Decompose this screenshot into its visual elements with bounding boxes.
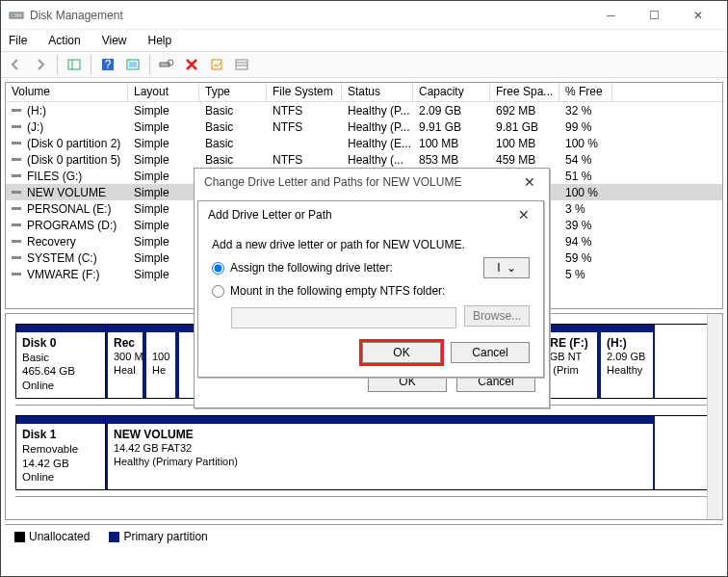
col-free[interactable]: Free Spa... [490, 83, 559, 101]
window-title: Disk Management [30, 9, 589, 22]
back-icon [5, 54, 26, 75]
volume-icon [12, 106, 23, 116]
chevron-down-icon: ⌄ [507, 261, 516, 275]
dialog-add-drive-letter: Add Drive Letter or Path ✕ Add a new dri… [197, 200, 544, 378]
disk-label: Disk 1Removable14.42 GBOnline [15, 415, 106, 490]
legend-primary-swatch [109, 532, 119, 542]
svg-rect-1 [12, 14, 14, 16]
app-icon [9, 8, 24, 23]
svg-text:?: ? [105, 58, 112, 71]
disk-label: Disk 0Basic465.64 GBOnline [15, 324, 106, 399]
volume-icon [12, 188, 23, 197]
volume-icon [12, 221, 23, 230]
partition[interactable]: 100He [144, 325, 177, 398]
disk-row[interactable]: Disk 1Removable14.42 GBOnlineNEW VOLUME1… [15, 415, 713, 490]
table-row[interactable]: (Disk 0 partition 2)SimpleBasicHealthy (… [6, 135, 722, 151]
volume-icon [12, 204, 23, 214]
svg-rect-11 [236, 60, 247, 69]
partition[interactable]: Rec300 MHeal [106, 325, 144, 398]
drive-letter-select[interactable]: I ⌄ [483, 257, 530, 278]
col-volume[interactable]: Volume [6, 83, 128, 101]
col-layout[interactable]: Layout [128, 83, 199, 101]
minimize-button[interactable]: ─ [589, 1, 633, 30]
delete-icon[interactable] [181, 54, 202, 75]
cancel-button[interactable]: Cancel [451, 342, 530, 363]
svg-rect-10 [212, 60, 221, 69]
legend-unallocated-swatch [14, 532, 25, 542]
table-row[interactable]: (Disk 0 partition 5)SimpleBasicNTFSHealt… [6, 151, 722, 168]
volume-icon [12, 139, 23, 148]
col-fs[interactable]: File System [267, 83, 342, 101]
forward-icon [30, 54, 51, 75]
table-row[interactable]: (J:)SimpleBasicNTFSHealthy (P...9.91 GB9… [6, 118, 722, 135]
volume-icon [12, 253, 23, 263]
refresh-icon[interactable] [122, 54, 143, 75]
properties-icon[interactable] [206, 54, 227, 75]
help-icon[interactable]: ? [97, 54, 118, 75]
close-icon[interactable]: ✕ [514, 207, 533, 223]
maximize-button[interactable]: ☐ [633, 1, 676, 30]
table-row[interactable]: (H:)SimpleBasicNTFSHealthy (P...2.09 GB6… [6, 102, 722, 118]
legend-primary: Primary partition [123, 530, 207, 543]
show-hide-icon[interactable] [64, 54, 85, 75]
menu-file[interactable]: File [5, 32, 31, 49]
list-icon[interactable] [231, 54, 252, 75]
partition[interactable]: NEW VOLUME14.42 GB FAT32Healthy (Primary… [106, 416, 655, 489]
rescan-icon[interactable] [156, 54, 177, 75]
svg-rect-7 [129, 62, 137, 67]
legend-unallocated: Unallocated [29, 530, 90, 543]
column-headers[interactable]: Volume Layout Type File System Status Ca… [6, 83, 722, 102]
close-icon[interactable]: ✕ [520, 174, 539, 190]
ok-button[interactable]: OK [362, 342, 441, 363]
volume-icon [12, 237, 23, 247]
volume-icon [12, 155, 23, 165]
close-button[interactable]: ✕ [676, 1, 719, 30]
partition[interactable]: (H:)2.09 GBHealthy [599, 325, 655, 398]
col-cap[interactable]: Capacity [413, 83, 490, 101]
legend: Unallocated Primary partition [1, 525, 727, 548]
dialog-message: Add a new drive letter or path for NEW V… [212, 238, 530, 251]
col-status[interactable]: Status [342, 83, 413, 101]
menubar: File Action View Help [1, 30, 727, 51]
col-pct[interactable]: % Free [559, 83, 612, 101]
titlebar: Disk Management ─ ☐ ✕ [1, 1, 727, 30]
dialog-title: Change Drive Letter and Paths for NEW VO… [195, 169, 549, 196]
menu-help[interactable]: Help [144, 32, 176, 49]
volume-icon [12, 122, 23, 132]
dialog-title: Add Drive Letter or Path ✕ [198, 201, 543, 228]
menu-view[interactable]: View [98, 32, 131, 49]
radio-mount-folder[interactable]: Mount in the following empty NTFS folder… [212, 284, 530, 298]
browse-button: Browse... [464, 305, 530, 327]
svg-rect-2 [68, 60, 80, 69]
col-type[interactable]: Type [199, 83, 267, 101]
volume-icon [12, 171, 23, 181]
volume-icon [12, 270, 23, 279]
radio-assign-letter[interactable]: Assign the following drive letter: I ⌄ [212, 257, 530, 278]
mount-path-input [231, 307, 456, 328]
toolbar: ? [1, 51, 727, 78]
scrollbar[interactable] [707, 314, 722, 519]
menu-action[interactable]: Action [44, 32, 84, 49]
